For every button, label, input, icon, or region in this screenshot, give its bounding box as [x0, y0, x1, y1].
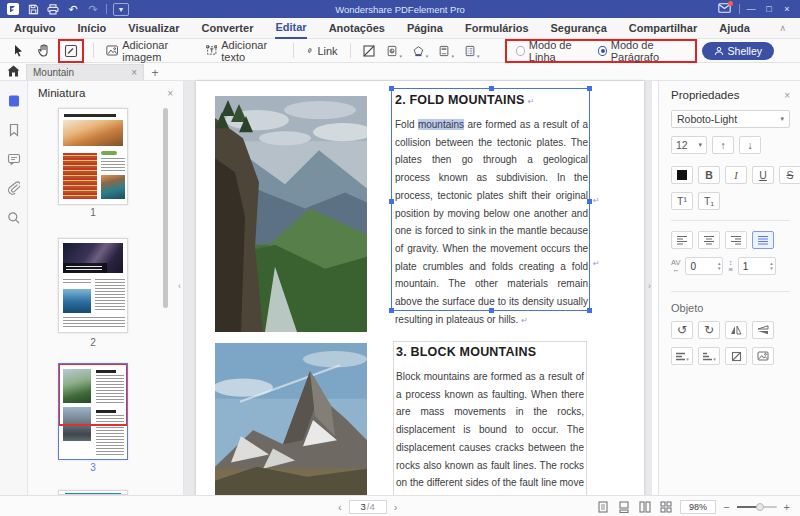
mode-paragraph-radio[interactable]: Modo de Parágrafo: [598, 39, 685, 63]
save-button[interactable]: [26, 3, 40, 16]
replace-image-button[interactable]: [752, 347, 774, 365]
zoom-slider[interactable]: [737, 506, 777, 508]
crop-object-button[interactable]: [725, 347, 747, 365]
font-size-select[interactable]: 12 ▾: [671, 136, 707, 154]
resize-handle-ne[interactable]: [587, 86, 592, 91]
new-tab-button[interactable]: +: [144, 66, 166, 80]
font-size-decrease-button[interactable]: ↓: [739, 136, 761, 154]
letter-spacing-input[interactable]: 0 ▴▾: [685, 257, 723, 275]
header-footer-button[interactable]: ▾: [436, 41, 457, 61]
align-center-button[interactable]: [698, 231, 720, 249]
add-image-button[interactable]: Adicionar imagem: [103, 41, 198, 61]
page-number-input[interactable]: 3 /4: [349, 500, 387, 514]
menu-inicio[interactable]: Início: [78, 18, 107, 39]
spinner-down-icon[interactable]: ▾: [718, 266, 721, 271]
align-justify-button[interactable]: [752, 231, 774, 249]
valley-photo[interactable]: [215, 96, 367, 332]
align-right-button[interactable]: [725, 231, 747, 249]
select-tool-button[interactable]: [8, 41, 28, 61]
minimize-button[interactable]: —: [744, 2, 758, 16]
menu-pagina[interactable]: Página: [407, 18, 443, 39]
resize-handle-se[interactable]: [587, 308, 592, 313]
close-button[interactable]: ×: [780, 2, 794, 16]
font-family-select[interactable]: Roboto-Light ▾: [671, 110, 790, 128]
strikethrough-button[interactable]: S: [779, 166, 800, 184]
menu-arquivo[interactable]: Arquivo: [14, 18, 56, 39]
properties-collapse-chevron[interactable]: ›: [648, 281, 651, 291]
search-panel-button[interactable]: [6, 209, 22, 225]
align-left-button[interactable]: [671, 231, 693, 249]
menu-seguranca[interactable]: Segurança: [551, 18, 607, 39]
redo-button[interactable]: ↷: [86, 3, 100, 16]
link-button[interactable]: Link: [303, 41, 341, 61]
menu-editar[interactable]: Editar: [275, 18, 306, 39]
bates-numbering-button[interactable]: ▾: [462, 41, 483, 61]
background-button[interactable]: ▾: [410, 41, 431, 61]
rotate-left-button[interactable]: ↺: [671, 321, 693, 339]
menu-visualizar[interactable]: Visualizar: [128, 18, 179, 39]
ribbon-collapse-button[interactable]: ∧: [779, 23, 786, 33]
mode-line-radio[interactable]: Modo de Linha: [516, 39, 586, 63]
watermark-dropdown[interactable]: ▾: [399, 53, 402, 59]
resize-handle-sw[interactable]: [389, 308, 394, 313]
peak-photo[interactable]: [215, 343, 367, 495]
page-thumbnail-1[interactable]: [58, 108, 128, 205]
menu-converter[interactable]: Converter: [201, 18, 253, 39]
page-thumbnail-2[interactable]: [58, 238, 128, 333]
zoom-level-input[interactable]: 98%: [680, 500, 716, 514]
thumbnails-collapse-chevron[interactable]: ‹: [178, 281, 181, 291]
hand-tool-button[interactable]: [33, 41, 53, 61]
home-button[interactable]: [0, 62, 26, 80]
header-footer-dropdown[interactable]: ▾: [451, 53, 454, 59]
font-color-button[interactable]: [671, 166, 693, 184]
menu-ajuda[interactable]: Ajuda: [719, 18, 750, 39]
notifications-button[interactable]: [718, 3, 731, 15]
zoom-out-button[interactable]: −: [723, 501, 729, 513]
subscript-button[interactable]: T₁: [698, 192, 720, 210]
font-size-increase-button[interactable]: ↑: [712, 136, 734, 154]
crop-tool-button[interactable]: [359, 41, 379, 61]
bookmarks-panel-button[interactable]: [6, 122, 22, 138]
tab-mountain[interactable]: Mountain ×: [26, 64, 144, 80]
distribute-objects-button[interactable]: ▾: [698, 347, 720, 365]
align-objects-button[interactable]: ▾: [671, 347, 693, 365]
line-spacing-input[interactable]: 1 ▴▾: [738, 257, 776, 275]
print-button[interactable]: [46, 3, 60, 16]
undo-button[interactable]: ↶: [66, 3, 80, 16]
align-objects-dropdown[interactable]: ▾: [686, 356, 689, 362]
pdf-page[interactable]: 2. FOLD MOUNTAINS ↵ Fold mountains are f…: [196, 81, 644, 495]
zoom-slider-handle[interactable]: [756, 503, 764, 511]
account-button[interactable]: Shelley: [702, 42, 774, 60]
distribute-objects-dropdown[interactable]: ▾: [713, 356, 716, 362]
comments-panel-button[interactable]: [6, 151, 22, 167]
menu-anotacoes[interactable]: Anotações: [329, 18, 385, 39]
next-page-button[interactable]: ›: [394, 501, 398, 513]
grid-view-button[interactable]: [659, 500, 673, 514]
underline-button[interactable]: U: [752, 166, 774, 184]
superscript-button[interactable]: T¹: [671, 192, 693, 210]
watermark-button[interactable]: ▾: [384, 41, 405, 61]
thumbnails-scrollbar[interactable]: [163, 108, 168, 308]
zoom-in-button[interactable]: +: [784, 501, 790, 513]
properties-close-icon[interactable]: ×: [784, 90, 790, 101]
resize-handle-e[interactable]: [587, 199, 592, 204]
bold-button[interactable]: B: [698, 166, 720, 184]
previous-page-button[interactable]: ‹: [338, 501, 342, 513]
rotate-right-button[interactable]: ↻: [698, 321, 720, 339]
menu-formularios[interactable]: Formulários: [465, 18, 529, 39]
menu-compartilhar[interactable]: Compartilhar: [629, 18, 697, 39]
thumbnails-close-icon[interactable]: ×: [167, 88, 173, 99]
background-dropdown[interactable]: ▾: [426, 53, 429, 59]
resize-handle-w[interactable]: [389, 199, 394, 204]
continuous-view-button[interactable]: [617, 500, 631, 514]
flip-horizontal-button[interactable]: [725, 321, 747, 339]
block-mountains-textbox[interactable]: 3. BLOCK MOUNTAINS Block mountains are f…: [393, 341, 587, 495]
tab-close-icon[interactable]: ×: [131, 67, 137, 78]
add-text-button[interactable]: Adicionar texto: [203, 41, 284, 61]
edit-object-tool-button[interactable]: [61, 41, 81, 61]
thumbnails-panel-button[interactable]: [6, 93, 22, 109]
fold-mountains-textbox[interactable]: 2. FOLD MOUNTAINS ↵ Fold mountains are f…: [391, 88, 590, 311]
maximize-button[interactable]: □: [762, 2, 776, 16]
italic-button[interactable]: I: [725, 166, 747, 184]
resize-handle-nw[interactable]: [389, 86, 394, 91]
